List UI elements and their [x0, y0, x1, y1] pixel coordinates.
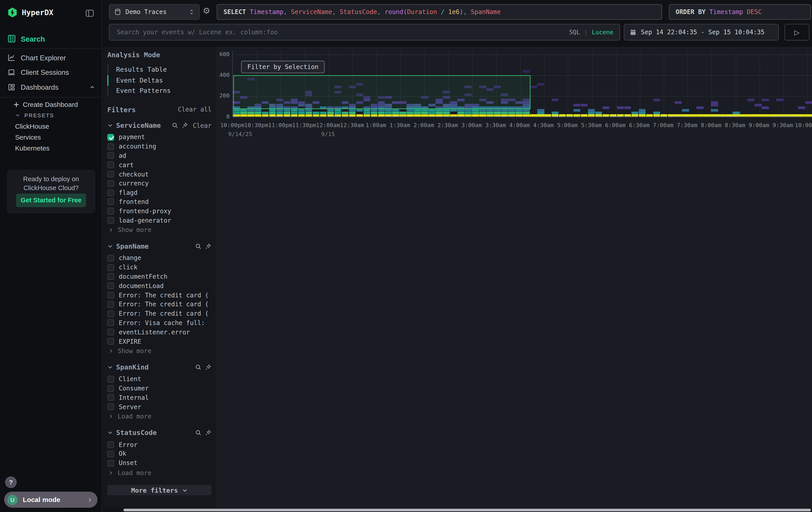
- filter-option[interactable]: change: [107, 253, 212, 263]
- filter-option[interactable]: checkout: [107, 170, 212, 179]
- filter-checkbox[interactable]: [107, 198, 114, 205]
- pin-icon[interactable]: [181, 122, 188, 129]
- chevron-down-icon[interactable]: [107, 365, 113, 370]
- filter-checkbox[interactable]: [107, 171, 114, 178]
- pin-icon[interactable]: [205, 364, 211, 371]
- analysis-mode-item[interactable]: Event Patterns: [108, 86, 211, 97]
- filter-checkbox[interactable]: [107, 451, 114, 457]
- more-filters-button[interactable]: More filters: [107, 485, 212, 495]
- clear-all-button[interactable]: Clear all: [178, 106, 212, 113]
- filter-option[interactable]: Unset: [107, 459, 212, 468]
- horizontal-scrollbar-thumb[interactable]: [123, 509, 811, 511]
- filter-option[interactable]: payment: [107, 133, 212, 142]
- filter-option[interactable]: accounting: [107, 142, 212, 151]
- search-icon[interactable]: [195, 243, 202, 249]
- filter-checkbox[interactable]: [107, 329, 114, 335]
- show-more-button[interactable]: Show more: [107, 225, 212, 235]
- filter-checkbox[interactable]: [107, 217, 114, 224]
- filter-checkbox[interactable]: [107, 282, 114, 289]
- filter-option[interactable]: Server: [107, 402, 212, 412]
- show-more-button[interactable]: Show more: [107, 346, 212, 355]
- chevron-down-icon[interactable]: [107, 430, 113, 436]
- show-more-button[interactable]: Load more: [107, 468, 212, 477]
- filter-checkbox[interactable]: [107, 143, 114, 150]
- filter-option[interactable]: Ok: [107, 449, 212, 459]
- language-toggle-lucene[interactable]: Lucene: [592, 28, 613, 36]
- filter-option[interactable]: Consumer: [107, 384, 212, 393]
- filter-checkbox[interactable]: [107, 273, 114, 280]
- filter-option[interactable]: Error: The credit card (…: [107, 309, 212, 318]
- filter-section-title[interactable]: SpanName: [116, 242, 192, 250]
- filter-checkbox[interactable]: [107, 255, 114, 262]
- filter-option[interactable]: Error: [107, 440, 212, 450]
- help-button[interactable]: ?: [5, 477, 17, 488]
- filter-checkbox[interactable]: [107, 385, 114, 392]
- filter-checkbox[interactable]: [107, 394, 114, 401]
- filter-checkbox[interactable]: [107, 338, 114, 345]
- analysis-mode-item[interactable]: Event Deltas: [108, 75, 211, 86]
- search-icon[interactable]: [195, 364, 202, 371]
- filter-option[interactable]: load-generator: [107, 216, 212, 225]
- filter-by-selection-button[interactable]: Filter by Selection: [241, 61, 325, 73]
- sql-select-input[interactable]: SELECT Timestamp, ServiceName, StatusCod…: [217, 4, 662, 20]
- language-toggle-sql[interactable]: SQL: [569, 28, 580, 36]
- filter-section-title[interactable]: ServiceName: [116, 122, 168, 129]
- gear-icon[interactable]: ⚙: [203, 7, 210, 15]
- filter-checkbox[interactable]: [107, 208, 114, 214]
- filter-option[interactable]: eventListener.error: [107, 327, 212, 337]
- filter-option[interactable]: currency: [107, 179, 212, 188]
- filter-option[interactable]: flagd: [107, 188, 212, 197]
- create-dashboard-button[interactable]: Create Dashboard: [13, 101, 78, 108]
- filter-section-title[interactable]: StatusCode: [116, 429, 192, 437]
- filter-option[interactable]: Client: [107, 374, 212, 384]
- filter-option[interactable]: Error: The credit card (…: [107, 291, 212, 300]
- sidebar-item-chart-explorer[interactable]: Chart Explorer: [7, 52, 95, 63]
- search-input[interactable]: [116, 28, 565, 36]
- filter-option[interactable]: click: [107, 263, 212, 272]
- filter-option[interactable]: EXPIRE: [107, 337, 212, 346]
- filter-option[interactable]: documentLoad: [107, 281, 212, 291]
- search-icon[interactable]: [195, 429, 202, 436]
- get-started-button[interactable]: Get Started for Free: [16, 194, 86, 207]
- search-icon[interactable]: [172, 122, 178, 129]
- filter-checkbox[interactable]: [107, 264, 114, 271]
- filter-checkbox[interactable]: [107, 441, 114, 448]
- filter-checkbox[interactable]: [107, 310, 114, 317]
- selection-rectangle[interactable]: [233, 75, 530, 109]
- filter-option[interactable]: frontend-proxy: [107, 207, 212, 216]
- filter-checkbox[interactable]: [107, 403, 114, 410]
- sidebar-item-clickhouse[interactable]: ClickHouse: [15, 123, 49, 130]
- filter-option[interactable]: frontend: [107, 197, 212, 207]
- chevron-down-icon[interactable]: [107, 123, 113, 128]
- filter-option[interactable]: ad: [107, 151, 212, 161]
- filter-option[interactable]: cart: [107, 160, 212, 170]
- presets-toggle[interactable]: PRESETS: [15, 112, 54, 118]
- filter-option[interactable]: Error: The credit card (…: [107, 300, 212, 309]
- pin-icon[interactable]: [205, 429, 211, 436]
- show-more-button[interactable]: Load more: [107, 412, 212, 421]
- order-by-input[interactable]: ORDER BY Timestamp DESC: [669, 4, 811, 20]
- sidebar-item-client-sessions[interactable]: Client Sessions: [7, 66, 95, 78]
- run-query-button[interactable]: ▷: [784, 24, 809, 41]
- filter-checkbox[interactable]: [107, 460, 114, 466]
- filter-checkbox[interactable]: [107, 134, 114, 140]
- filter-checkbox[interactable]: [107, 152, 114, 159]
- filter-checkbox[interactable]: [107, 376, 114, 382]
- pin-icon[interactable]: [205, 243, 211, 249]
- sidebar-item-dashboards[interactable]: Dashboards: [7, 81, 95, 93]
- filter-section-title[interactable]: SpanKind: [116, 363, 192, 371]
- filter-option[interactable]: documentFetch: [107, 272, 212, 281]
- sidebar-item-kubernetes[interactable]: Kubernetes: [15, 144, 50, 152]
- time-range-picker[interactable]: Sep 14 22:04:35 - Sep 15 10:04:35: [624, 24, 779, 41]
- chevron-down-icon[interactable]: [107, 244, 113, 249]
- heatmap-plot-area[interactable]: Filter by Selection: [232, 51, 812, 117]
- filter-checkbox[interactable]: [107, 180, 114, 187]
- filter-option[interactable]: Internal: [107, 393, 212, 402]
- source-select[interactable]: Demo Traces: [109, 4, 200, 20]
- filter-option[interactable]: Error: Visa cache full: …: [107, 318, 212, 328]
- filter-checkbox[interactable]: [107, 292, 114, 298]
- filter-checkbox[interactable]: [107, 189, 114, 196]
- sidebar-item-search[interactable]: Search: [7, 34, 45, 43]
- sidebar-item-services[interactable]: Services: [15, 133, 41, 141]
- filter-checkbox[interactable]: [107, 162, 114, 168]
